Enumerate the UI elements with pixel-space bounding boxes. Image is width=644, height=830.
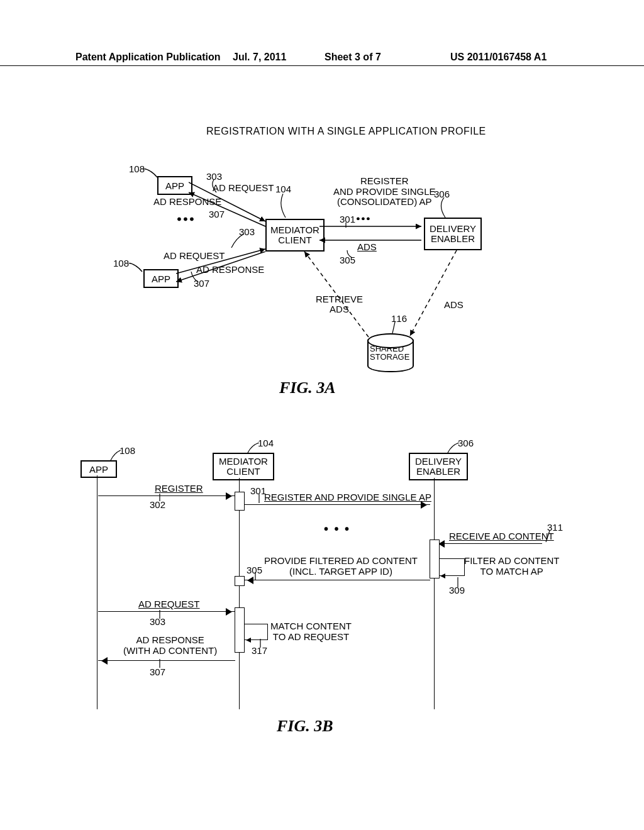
app-box-top: APP xyxy=(157,176,192,195)
arrow-receive-ad xyxy=(435,543,542,544)
mediator-activation-1 xyxy=(235,492,245,511)
header-left: Patent Application Publication xyxy=(75,52,221,63)
mediator-client-box: MEDIATOR CLIENT xyxy=(265,219,325,252)
leader-303-3b xyxy=(157,610,164,619)
app-lifeline xyxy=(97,475,97,709)
adresp-msg: AD RESPONSE (WITH AD CONTENT) xyxy=(123,635,217,656)
register-label: REGISTER AND PROVIDE SINGLE (CONSOLIDATE… xyxy=(333,176,436,208)
leader-309 xyxy=(455,577,462,587)
arrow-register xyxy=(319,220,426,233)
header-pubno: US 2011/0167458 A1 xyxy=(450,52,547,63)
leader-302 xyxy=(157,494,164,501)
fig3a-title: REGISTRATION WITH A SINGLE APPLICATION P… xyxy=(206,126,486,137)
arrow-adreq-3b xyxy=(98,611,235,612)
leader-311 xyxy=(545,531,551,543)
svg-line-7 xyxy=(410,250,457,336)
leader-301 xyxy=(343,223,350,229)
ref-307-top: 307 xyxy=(209,209,225,219)
fig3a-caption: FIG. 3A xyxy=(279,379,336,397)
match-msg: MATCH CONTENT TO AD REQUEST xyxy=(270,621,352,642)
delivery-lifeline-box: DELIVERY ENABLER xyxy=(409,453,468,480)
arrow-provide xyxy=(244,580,430,580)
filter-loop-arrow xyxy=(439,571,447,578)
mediator-lifeline-box: MEDIATOR CLIENT xyxy=(213,453,274,480)
receive-ad-msg: RECEIVE AD CONTENT xyxy=(449,531,554,541)
match-loop-arrow xyxy=(245,635,252,643)
leader-104 xyxy=(280,194,289,219)
leader-301-3b xyxy=(257,494,263,506)
retrieve-ads-label: RETRIEVE ADS xyxy=(316,294,363,314)
arrow-register-ap xyxy=(244,504,430,505)
leader-305-3b xyxy=(253,572,259,581)
figure-3b: APP MEDIATOR CLIENT DELIVERY ENABLER 108… xyxy=(69,440,572,742)
ad-response-label-top: AD RESPONSE xyxy=(153,196,221,207)
leader-108a xyxy=(143,169,158,180)
delivery-enabler-box: DELIVERY ENABLER xyxy=(424,218,482,250)
leader-307b xyxy=(190,272,200,282)
leader-317 xyxy=(258,639,264,648)
app-lifeline-box: APP xyxy=(80,460,117,478)
arrow-adresp-3b xyxy=(98,660,235,661)
mediator-lifeline xyxy=(239,478,240,709)
arrow-register-3b xyxy=(98,495,235,496)
ref-307-3b: 307 xyxy=(150,667,165,677)
ref-108-bottom: 108 xyxy=(113,258,129,268)
adreq-msg: AD REQUEST xyxy=(138,599,200,609)
ref-104: 104 xyxy=(275,184,291,194)
leader-306-3b xyxy=(447,443,462,454)
figure-3a: APP APP 108 108 MEDIATOR CLIENT DELIVERY… xyxy=(94,157,553,396)
header-date: Jul. 7, 2011 xyxy=(233,52,286,63)
ad-response-label-bot: AD RESPONSE xyxy=(196,264,264,275)
register-ap-msg: REGISTER AND PROVIDE SINGLE AP xyxy=(264,492,431,502)
leader-108b xyxy=(128,263,143,274)
delivery-activation xyxy=(430,540,440,578)
leader-116 xyxy=(391,322,397,335)
arrow-ads-down xyxy=(408,248,464,342)
ref-108-top: 108 xyxy=(129,163,145,174)
provide-msg: PROVIDE FILTERED AD CONTENT (INCL. TARGE… xyxy=(264,556,418,577)
header-sheet: Sheet 3 of 7 xyxy=(325,52,381,63)
fig3b-caption: FIG. 3B xyxy=(277,717,333,736)
register-msg: REGISTER xyxy=(155,483,203,494)
mediator-activation-3 xyxy=(235,607,245,653)
ads-down-label: ADS xyxy=(444,299,464,310)
filter-msg: FILTER AD CONTENT TO MATCH AP xyxy=(464,556,559,577)
leader-108-3b xyxy=(109,450,122,463)
leader-104-3b xyxy=(247,443,262,454)
mediator-activation-2 xyxy=(235,576,245,586)
delivery-lifeline xyxy=(434,478,435,709)
app-box-bottom: APP xyxy=(143,269,179,288)
header-rule xyxy=(0,65,644,66)
leader-307-3b xyxy=(157,659,164,668)
leader-306 xyxy=(440,197,449,219)
leader-303b xyxy=(230,234,247,250)
